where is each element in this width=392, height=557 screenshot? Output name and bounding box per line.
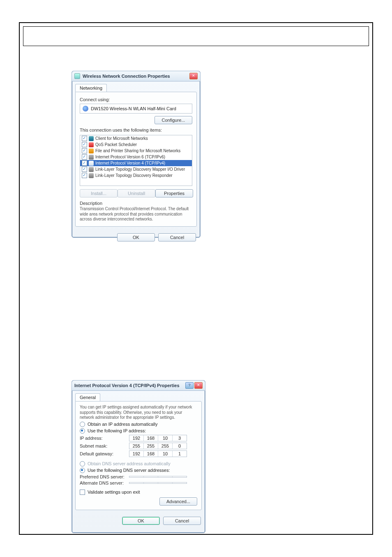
adapter-name: DW1520 Wireless-N WLAN Half-Mini Card bbox=[91, 106, 176, 111]
radio-use-following-dns[interactable]: Use the following DNS server addresses: bbox=[80, 468, 197, 473]
validate-settings-checkbox[interactable]: Validate settings upon exit bbox=[80, 490, 197, 495]
tab-panel: You can get IP settings assigned automat… bbox=[75, 401, 202, 510]
item-label: Link-Layer Topology Discovery Mapper I/O… bbox=[95, 167, 185, 172]
alternate-dns-field[interactable] bbox=[129, 482, 187, 484]
ip-octet[interactable]: 255 bbox=[144, 443, 158, 449]
ok-button[interactable]: OK bbox=[117, 233, 155, 241]
connect-using-label: Connect using: bbox=[80, 97, 192, 102]
tab-general[interactable]: General bbox=[75, 393, 100, 401]
advanced-button[interactable]: Advanced... bbox=[159, 497, 197, 506]
ip-octet[interactable]: 255 bbox=[129, 443, 144, 449]
item-label: File and Printer Sharing for Microsoft N… bbox=[95, 149, 180, 153]
component-icon bbox=[89, 167, 94, 172]
checkbox-icon[interactable] bbox=[82, 142, 87, 147]
connection-items-list[interactable]: Client for Microsoft NetworksQoS Packet … bbox=[80, 135, 192, 186]
list-item[interactable]: QoS Packet Scheduler bbox=[80, 142, 192, 148]
checkbox-icon[interactable] bbox=[82, 154, 87, 160]
radio-label: Obtain an IP address automatically bbox=[88, 422, 157, 427]
item-label: Internet Protocol Version 4 (TCP/IPv4) bbox=[95, 161, 165, 165]
ip-octet[interactable]: 10 bbox=[158, 451, 173, 457]
ip-octet[interactable]: 3 bbox=[173, 435, 187, 441]
ip-octet[interactable] bbox=[129, 476, 144, 477]
subnet-mask-label: Subnet mask: bbox=[80, 443, 129, 448]
checkbox-icon[interactable] bbox=[82, 136, 87, 141]
ip-octet[interactable] bbox=[144, 476, 158, 477]
item-label: Client for Microsoft Networks bbox=[95, 136, 148, 141]
item-label: QoS Packet Scheduler bbox=[95, 142, 137, 147]
tab-panel: Connect using: DW1520 Wireless-N WLAN Ha… bbox=[75, 92, 197, 227]
checkbox-icon bbox=[80, 490, 85, 495]
network-icon bbox=[74, 73, 80, 79]
ip-address-field[interactable]: 192168103 bbox=[129, 435, 187, 441]
wireless-connection-properties-dialog: Wireless Network Connection Properties ✕… bbox=[71, 71, 201, 238]
list-item[interactable]: Link-Layer Topology Discovery Mapper I/O… bbox=[80, 166, 192, 172]
titlebar[interactable]: Internet Protocol Version 4 (TCP/IPv4) P… bbox=[72, 381, 205, 391]
close-icon[interactable]: ✕ bbox=[194, 382, 203, 389]
component-icon bbox=[89, 149, 94, 153]
adapter-field: DW1520 Wireless-N WLAN Half-Mini Card bbox=[80, 104, 192, 114]
radio-use-following-ip[interactable]: Use the following IP address: bbox=[80, 428, 197, 434]
description-head: Description bbox=[80, 201, 192, 206]
component-icon bbox=[89, 161, 94, 166]
radio-bullet-icon bbox=[80, 428, 85, 434]
help-icon[interactable]: ? bbox=[185, 382, 194, 389]
radio-obtain-ip-auto[interactable]: Obtain an IP address automatically bbox=[80, 422, 197, 427]
description-text: Transmission Control Protocol/Internet P… bbox=[80, 207, 192, 222]
ip-octet[interactable] bbox=[173, 476, 187, 477]
item-label: Link-Layer Topology Discovery Responder bbox=[95, 173, 173, 178]
checkbox-icon[interactable] bbox=[82, 160, 87, 166]
ip-octet[interactable]: 168 bbox=[144, 451, 158, 457]
titlebar[interactable]: Wireless Network Connection Properties ✕ bbox=[72, 71, 200, 81]
description-box: Description Transmission Control Protoco… bbox=[80, 201, 192, 222]
install-button[interactable]: Install... bbox=[80, 189, 118, 197]
radio-bullet-icon bbox=[80, 422, 85, 427]
cancel-button[interactable]: Cancel bbox=[163, 517, 201, 525]
component-icon bbox=[89, 173, 94, 178]
component-icon bbox=[89, 136, 94, 141]
configure-button[interactable]: Configure... bbox=[154, 116, 192, 124]
ip-octet[interactable] bbox=[158, 483, 173, 483]
component-icon bbox=[89, 142, 94, 147]
ip-octet[interactable] bbox=[158, 476, 173, 477]
ok-button[interactable]: OK bbox=[122, 517, 160, 525]
checkbox-label: Validate settings upon exit bbox=[88, 490, 140, 494]
radio-obtain-dns-auto: Obtain DNS server address automatically bbox=[80, 461, 197, 466]
subnet-mask-field[interactable]: 2552552550 bbox=[129, 443, 187, 449]
page-header-frame bbox=[23, 26, 369, 46]
ip-octet[interactable]: 168 bbox=[144, 435, 158, 441]
list-item[interactable]: Client for Microsoft Networks bbox=[80, 135, 192, 142]
radio-bullet-icon bbox=[80, 468, 85, 473]
ip-octet[interactable]: 192 bbox=[129, 451, 144, 457]
checkbox-icon[interactable] bbox=[82, 173, 87, 178]
ip-octet[interactable] bbox=[173, 483, 187, 483]
cancel-button[interactable]: Cancel bbox=[158, 233, 196, 241]
default-gateway-label: Default gateway: bbox=[80, 451, 129, 456]
page-outer-frame: Wireless Network Connection Properties ✕… bbox=[19, 22, 373, 535]
ip-octet[interactable] bbox=[129, 483, 144, 483]
preferred-dns-label: Preferred DNS server: bbox=[80, 474, 129, 479]
list-item[interactable]: Internet Protocol Version 6 (TCP/IPv6) bbox=[80, 154, 192, 160]
ip-octet[interactable]: 1 bbox=[173, 451, 187, 457]
ip-octet[interactable] bbox=[144, 483, 158, 483]
close-icon[interactable]: ✕ bbox=[189, 73, 198, 79]
checkbox-icon[interactable] bbox=[82, 167, 87, 172]
ip-octet[interactable]: 192 bbox=[129, 435, 144, 441]
ip-octet[interactable]: 0 bbox=[173, 443, 187, 449]
list-item[interactable]: File and Printer Sharing for Microsoft N… bbox=[80, 148, 192, 154]
ip-octet[interactable]: 255 bbox=[158, 443, 173, 449]
radio-label: Obtain DNS server address automatically bbox=[88, 461, 171, 466]
list-item[interactable]: Link-Layer Topology Discovery Responder bbox=[80, 172, 192, 179]
default-gateway-field[interactable]: 192168101 bbox=[129, 450, 187, 457]
checkbox-icon[interactable] bbox=[82, 148, 87, 153]
dialog-title: Wireless Network Connection Properties bbox=[83, 74, 189, 79]
radio-bullet-icon bbox=[80, 461, 85, 466]
properties-button[interactable]: Properties bbox=[155, 189, 193, 197]
list-item[interactable]: Internet Protocol Version 4 (TCP/IPv4) bbox=[80, 160, 192, 166]
item-label: Internet Protocol Version 6 (TCP/IPv6) bbox=[95, 155, 165, 159]
ip-octet[interactable]: 10 bbox=[158, 435, 173, 441]
adapter-icon bbox=[83, 106, 88, 111]
preferred-dns-field[interactable] bbox=[129, 476, 187, 478]
uninstall-button: Uninstall bbox=[118, 189, 155, 197]
dialog-title: Internet Protocol Version 4 (TCP/IPv4) P… bbox=[74, 383, 185, 388]
tab-networking[interactable]: Networking bbox=[75, 84, 107, 92]
